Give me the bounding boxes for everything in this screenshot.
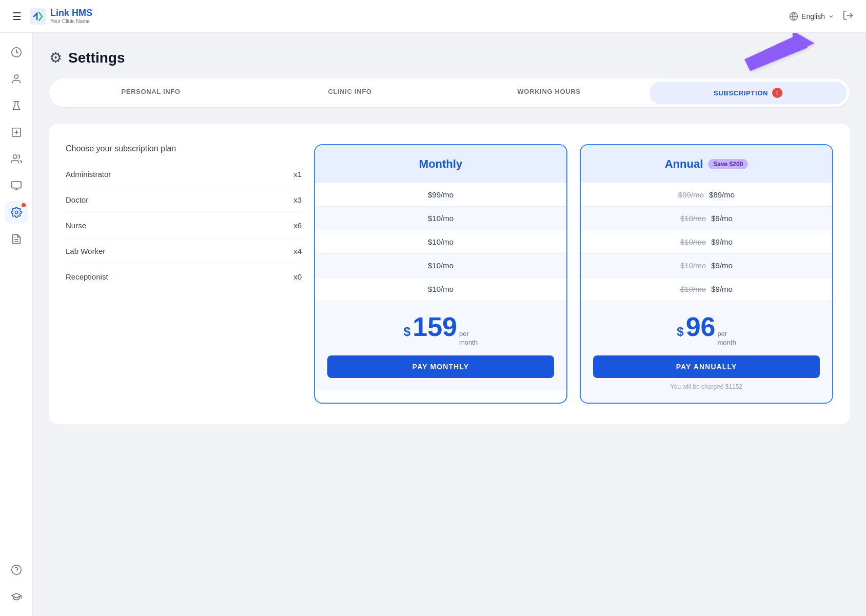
monthly-period-text: month xyxy=(459,339,478,347)
users-icon xyxy=(11,153,22,165)
monthly-price-lab-value: $10/mo xyxy=(428,261,454,270)
role-name-doctor: Doctor xyxy=(66,195,88,204)
logout-button[interactable] xyxy=(842,10,854,23)
role-row-doctor: Doctor x3 xyxy=(66,187,302,213)
globe-icon xyxy=(789,12,798,21)
save-badge: Save $200 xyxy=(708,159,748,169)
sidebar-bottom xyxy=(5,559,28,608)
monthly-total-amount: 159 xyxy=(412,313,457,340)
sidebar-item-settings[interactable] xyxy=(5,201,28,224)
person-icon xyxy=(11,73,22,85)
language-label: English xyxy=(801,12,825,21)
svg-point-3 xyxy=(14,75,18,78)
role-name-receptionist: Receptionist xyxy=(66,272,108,281)
tab-subscription[interactable]: SUBSCRIPTION ! xyxy=(650,82,847,104)
page-title: Settings xyxy=(68,50,125,66)
help-icon xyxy=(11,564,22,575)
topbar: ☰ Link HMS Your Clinic Name English xyxy=(0,0,866,33)
sidebar-item-dashboard[interactable] xyxy=(5,41,28,64)
pay-annually-button[interactable]: PAY ANNUALLY xyxy=(593,355,820,378)
annual-price-nurse: $10/mo $9/mo xyxy=(581,230,832,254)
role-name-lab-worker: Lab Worker xyxy=(66,247,105,255)
monthly-card-header: Monthly xyxy=(315,145,566,183)
role-row-administrator: Administrator x1 xyxy=(66,162,302,187)
monthly-price-doctor-value: $10/mo xyxy=(428,214,454,223)
tab-clinic-info[interactable]: CLINIC INFO xyxy=(251,82,448,104)
monthly-price-admin-value: $99/mo xyxy=(428,190,454,199)
annual-new-price-nurse: $9/mo xyxy=(711,237,733,246)
svg-point-11 xyxy=(15,211,18,214)
hamburger-menu[interactable]: ☰ xyxy=(12,10,22,23)
chevron-down-icon xyxy=(828,13,834,19)
settings-notification-dot xyxy=(22,203,26,207)
monthly-dollar-sign: $ xyxy=(404,325,410,339)
role-name-nurse: Nurse xyxy=(66,221,86,230)
sidebar-item-reports[interactable] xyxy=(5,174,28,197)
role-row-lab-worker: Lab Worker x4 xyxy=(66,239,302,264)
svg-rect-0 xyxy=(30,8,46,25)
sidebar-item-lab[interactable] xyxy=(5,94,28,117)
charge-note: You will be charged $1152 xyxy=(593,383,820,390)
monthly-price-receptionist-value: $10/mo xyxy=(428,285,454,293)
logo-text: Link HMS Your Clinic Name xyxy=(50,8,92,24)
monthly-period: per month xyxy=(459,330,478,347)
svg-point-7 xyxy=(13,155,16,158)
subscription-tab-badge: ! xyxy=(772,88,782,98)
annual-old-price-admin: $99/mo xyxy=(678,190,704,199)
monthly-per: per xyxy=(459,330,478,339)
sidebar-item-profile[interactable] xyxy=(5,68,28,90)
annual-title: Annual xyxy=(665,157,703,171)
annual-price-lab: $10/mo $9/mo xyxy=(581,254,832,277)
role-count-doctor: x3 xyxy=(293,195,302,204)
role-name-administrator: Administrator xyxy=(66,170,111,178)
annual-card-header: Annual Save $200 xyxy=(581,145,832,183)
annual-price-receptionist: $10/mo $9/mo xyxy=(581,277,832,301)
monthly-price-nurse-value: $10/mo xyxy=(428,237,454,246)
sidebar xyxy=(0,33,33,616)
logo: Link HMS Your Clinic Name xyxy=(30,8,92,25)
clock-icon xyxy=(11,47,22,58)
sidebar-item-medical[interactable] xyxy=(5,121,28,144)
role-count-lab-worker: x4 xyxy=(293,247,302,255)
tab-working-hours[interactable]: WORKING HOURS xyxy=(450,82,647,104)
sidebar-item-patients[interactable] xyxy=(5,148,28,170)
monthly-price-doctor: $10/mo xyxy=(315,207,566,230)
role-count-administrator: x1 xyxy=(293,170,302,178)
graduation-icon xyxy=(11,591,22,602)
annual-period: per month xyxy=(718,330,736,347)
monthly-card: Monthly $99/mo $10/mo $10/mo $10/mo $10/… xyxy=(314,144,567,404)
annual-period-text: month xyxy=(718,339,736,347)
sidebar-item-graduation[interactable] xyxy=(5,585,28,608)
annual-old-price-lab: $10/mo xyxy=(680,261,706,270)
annual-old-price-receptionist: $10/mo xyxy=(680,285,706,293)
svg-point-14 xyxy=(11,565,21,574)
beaker-icon xyxy=(11,100,22,111)
role-row-receptionist: Receptionist x0 xyxy=(66,264,302,289)
logo-subtitle: Your Clinic Name xyxy=(50,18,92,24)
svg-rect-8 xyxy=(11,182,21,188)
role-table: Choose your subscription plan Administra… xyxy=(66,144,302,289)
settings-tabs: PERSONAL INFO CLINIC INFO WORKING HOURS … xyxy=(49,78,850,107)
monthly-total: $ 159 per month PAY MONTHLY xyxy=(315,301,566,390)
plus-square-icon xyxy=(11,127,22,138)
role-count-receptionist: x0 xyxy=(293,272,302,281)
settings-icon: ⚙ xyxy=(49,49,62,66)
subscription-heading: Choose your subscription plan xyxy=(66,144,302,153)
sidebar-item-documents[interactable] xyxy=(5,228,28,250)
pay-monthly-button[interactable]: PAY MONTHLY xyxy=(327,355,554,378)
logout-icon xyxy=(842,10,854,21)
subscription-tab-wrapper: SUBSCRIPTION ! xyxy=(662,88,834,98)
tab-personal-info[interactable]: PERSONAL INFO xyxy=(52,82,249,104)
language-selector[interactable]: English xyxy=(789,12,834,21)
annual-new-price-receptionist: $9/mo xyxy=(711,285,733,293)
pricing-cards: Monthly $99/mo $10/mo $10/mo $10/mo $10/… xyxy=(314,144,833,404)
annual-price-admin: $99/mo $89/mo xyxy=(581,183,832,207)
sidebar-item-help[interactable] xyxy=(5,559,28,581)
annual-dollar-sign: $ xyxy=(677,325,683,339)
annual-total-amount: 96 xyxy=(686,313,716,340)
monthly-price-receptionist: $10/mo xyxy=(315,277,566,301)
monthly-price-nurse: $10/mo xyxy=(315,230,566,254)
role-count-nurse: x6 xyxy=(293,221,302,230)
annual-new-price-doctor: $9/mo xyxy=(711,214,733,223)
role-row-nurse: Nurse x6 xyxy=(66,213,302,239)
